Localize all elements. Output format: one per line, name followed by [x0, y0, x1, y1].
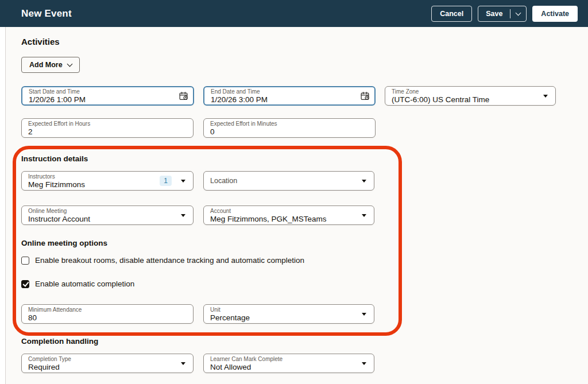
online-meeting-options-heading: Online meeting options: [21, 239, 107, 247]
checkbox-icon[interactable]: [21, 257, 29, 265]
calendar-clock-icon[interactable]: [360, 91, 370, 101]
unit-value: Percentage: [210, 313, 368, 322]
online-meeting-value: Instructor Account: [28, 215, 187, 223]
location-field[interactable]: Location: [203, 171, 374, 191]
time-zone-field[interactable]: Time Zone (UTC-6:00) US Central Time: [385, 86, 556, 106]
caret-down-icon[interactable]: [362, 313, 366, 316]
time-zone-label: Time Zone: [392, 88, 549, 95]
completion-type-field[interactable]: Completion Type Required: [21, 354, 194, 373]
activities-heading: Activities: [21, 37, 60, 46]
effort-minutes-value: 0: [210, 127, 369, 136]
checkbox-icon[interactable]: [21, 280, 29, 288]
completion-type-label: Completion Type: [28, 356, 187, 363]
unit-field[interactable]: Unit Percentage: [203, 304, 374, 324]
minimum-attendance-value: 80: [28, 313, 187, 322]
instructors-field[interactable]: Instructors Meg Fitzimmons 1: [21, 171, 194, 191]
automatic-completion-checkbox-row[interactable]: Enable automatic completion: [21, 280, 134, 288]
page-title: New Event: [21, 8, 72, 20]
caret-down-icon[interactable]: [543, 95, 548, 98]
activate-button[interactable]: Activate: [532, 6, 578, 22]
header-actions: Cancel Save Activate: [431, 6, 578, 22]
caret-down-icon[interactable]: [181, 180, 185, 183]
effort-hours-label: Expected Effort in Hours: [28, 121, 187, 127]
completion-handling-heading: Completion handling: [21, 337, 98, 346]
instruction-details-heading: Instruction details: [21, 154, 88, 163]
online-meeting-label: Online Meeting: [28, 208, 187, 215]
learner-can-mark-complete-value: Not Allowed: [210, 363, 368, 371]
cancel-button[interactable]: Cancel: [431, 6, 472, 22]
effort-hours-value: 2: [28, 127, 187, 136]
learner-can-mark-complete-field[interactable]: Learner Can Mark Complete Not Allowed: [203, 354, 374, 373]
completion-type-value: Required: [28, 363, 187, 371]
save-split-button: Save: [478, 6, 527, 22]
online-meeting-field[interactable]: Online Meeting Instructor Account: [21, 205, 194, 225]
save-button[interactable]: Save: [478, 6, 510, 21]
start-date-label: Start Date and Time: [29, 88, 187, 95]
instructor-count-badge: 1: [160, 176, 172, 186]
location-label: Location: [210, 177, 368, 185]
caret-down-icon[interactable]: [362, 362, 366, 365]
effort-hours-field[interactable]: Expected Effort in Hours 2: [21, 118, 194, 138]
add-more-button[interactable]: Add More: [21, 57, 80, 73]
header-bar: New Event Cancel Save Activate: [0, 0, 588, 27]
end-date-label: End Date and Time: [211, 88, 368, 95]
effort-minutes-label: Expected Effort in Minutes: [210, 121, 369, 127]
unit-label: Unit: [210, 307, 368, 313]
start-date-value: 1/20/26 1:00 PM: [29, 95, 187, 104]
caret-down-icon[interactable]: [362, 180, 366, 183]
time-zone-value: (UTC-6:00) US Central Time: [392, 95, 549, 104]
caret-down-icon[interactable]: [181, 214, 185, 217]
minimum-attendance-field[interactable]: Minimum Attendance 80: [21, 304, 194, 324]
minimum-attendance-label: Minimum Attendance: [28, 307, 187, 313]
end-date-field[interactable]: End Date and Time 1/20/26 3:00 PM: [203, 86, 376, 106]
end-date-value: 1/20/26 3:00 PM: [211, 95, 368, 104]
caret-down-icon[interactable]: [362, 214, 366, 217]
chevron-down-icon: [67, 61, 72, 67]
chevron-down-icon: [516, 10, 521, 15]
account-value: Meg Fitzimmons, PGK_MSTeams: [210, 215, 368, 223]
automatic-completion-checkbox-label: Enable automatic completion: [35, 280, 134, 288]
caret-down-icon[interactable]: [181, 362, 185, 365]
effort-minutes-field[interactable]: Expected Effort in Minutes 0: [203, 118, 376, 138]
calendar-clock-icon[interactable]: [179, 91, 188, 101]
start-date-field[interactable]: Start Date and Time 1/20/26 1:00 PM: [21, 86, 194, 106]
breakout-rooms-checkbox-row[interactable]: Enable breakout rooms, disable attendanc…: [21, 256, 304, 265]
learner-can-mark-complete-label: Learner Can Mark Complete: [210, 356, 368, 363]
account-field[interactable]: Account Meg Fitzimmons, PGK_MSTeams: [203, 205, 374, 225]
save-menu-button[interactable]: [510, 9, 526, 18]
add-more-label: Add More: [29, 61, 63, 69]
account-label: Account: [210, 208, 368, 215]
breakout-rooms-checkbox-label: Enable breakout rooms, disable attendanc…: [35, 256, 304, 265]
